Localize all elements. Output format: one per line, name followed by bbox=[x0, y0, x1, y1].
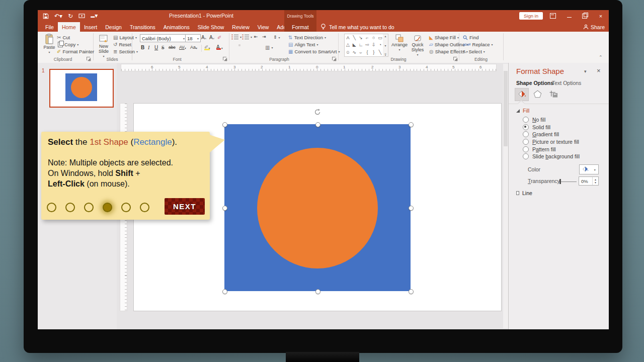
copy-button[interactable]: Copy▾ bbox=[57, 42, 78, 47]
slide-thumbnail[interactable] bbox=[49, 69, 114, 108]
line-icon[interactable]: ╲ bbox=[353, 35, 356, 41]
collapse-ribbon-button[interactable]: ⌃ bbox=[599, 55, 603, 60]
resize-handle-w[interactable] bbox=[222, 206, 227, 211]
right-arrow-icon[interactable]: ⇨ bbox=[365, 42, 369, 48]
resize-handle-nw[interactable] bbox=[222, 122, 227, 127]
text-direction-button[interactable]: ⇅Text Direction▾ bbox=[288, 35, 326, 40]
layout-button[interactable]: ▤Layout▾ bbox=[113, 35, 137, 40]
arc-icon[interactable]: ⌣ bbox=[359, 49, 362, 56]
ribbon-tab[interactable]: View bbox=[254, 22, 273, 32]
curve-icon[interactable]: ∿ bbox=[352, 49, 356, 56]
left-brace-icon[interactable]: { bbox=[366, 49, 368, 56]
progress-dot[interactable] bbox=[47, 203, 56, 212]
ribbon-tab[interactable]: Design bbox=[101, 22, 126, 32]
shapes-gallery-scroll[interactable]: ▴▾⊽ bbox=[383, 34, 388, 57]
partial-circle-icon[interactable]: ◔ bbox=[379, 42, 381, 48]
shapes-gallery[interactable]: A╲↘⌐○▭△◣∟⇨⇩◔☺∿⌣{}╲ bbox=[344, 34, 384, 57]
next-button[interactable]: NEXT bbox=[165, 198, 205, 215]
effects-category-button[interactable] bbox=[531, 88, 544, 100]
find-button[interactable]: Find bbox=[463, 35, 478, 40]
close-button[interactable]: × bbox=[597, 13, 605, 19]
fill-option[interactable]: Gradient fill bbox=[509, 131, 609, 138]
panel-close-icon[interactable]: × bbox=[597, 67, 601, 74]
fill-option[interactable]: Picture or texture fill bbox=[509, 138, 609, 146]
ribbon-tab[interactable]: Insert bbox=[80, 22, 101, 32]
rectangle-icon[interactable]: ▭ bbox=[378, 35, 382, 41]
progress-dot[interactable] bbox=[140, 203, 149, 212]
fill-option[interactable]: No fill bbox=[509, 116, 609, 124]
circle-shape[interactable] bbox=[257, 148, 378, 268]
transparency-slider[interactable] bbox=[560, 182, 577, 182]
tab-shape-options[interactable]: Shape Options bbox=[516, 80, 553, 86]
quick-styles-button[interactable]: Quick Styles▾ bbox=[409, 34, 426, 57]
font-color-button[interactable]: A▾ bbox=[216, 44, 223, 50]
decrease-indent-button[interactable]: ⇤ bbox=[254, 34, 258, 39]
resize-handle-e[interactable] bbox=[409, 206, 414, 211]
fill-option[interactable]: Pattern fill bbox=[509, 145, 609, 153]
resize-handle-se[interactable] bbox=[409, 289, 414, 294]
tab-text-options[interactable]: Text Options bbox=[552, 80, 581, 86]
undo-icon[interactable]: ↶▾ bbox=[54, 13, 62, 20]
save-icon[interactable] bbox=[43, 13, 49, 19]
paragraph-dialog-launcher[interactable] bbox=[332, 57, 337, 61]
convert-smartart-button[interactable]: ▦Convert to SmartArt▾ bbox=[288, 49, 340, 54]
font-dialog-launcher[interactable] bbox=[223, 57, 227, 61]
increase-indent-button[interactable]: ⇥ bbox=[262, 34, 266, 39]
resize-handle-n[interactable] bbox=[315, 122, 320, 127]
bold-button[interactable]: B bbox=[141, 45, 144, 50]
fill-line-category-button[interactable] bbox=[515, 88, 529, 101]
justify-button[interactable] bbox=[255, 44, 257, 46]
select-button[interactable]: ↖Select▾ bbox=[463, 49, 485, 54]
minimize-button[interactable] bbox=[565, 13, 573, 19]
underline-button[interactable]: U bbox=[154, 45, 158, 50]
strikethrough-button[interactable]: S bbox=[162, 45, 165, 50]
arrange-button[interactable]: Arrange▾ bbox=[391, 34, 408, 52]
ribbon-tab[interactable]: Home bbox=[58, 22, 80, 32]
resize-handle-ne[interactable] bbox=[409, 122, 414, 127]
smiley-icon[interactable]: ☺ bbox=[346, 49, 350, 56]
right-triangle-icon[interactable]: ◣ bbox=[353, 42, 356, 48]
align-text-button[interactable]: ▤Align Text▾ bbox=[288, 42, 318, 47]
reset-button[interactable]: ↺Reset bbox=[113, 42, 131, 47]
font-name-combo[interactable]: Calibri (Body)▾ bbox=[140, 34, 187, 42]
panel-options-dropdown-icon[interactable]: ▾ bbox=[584, 69, 587, 74]
shrink-font-button[interactable]: A˅ bbox=[209, 35, 214, 40]
vertical-scrollbar[interactable] bbox=[503, 64, 508, 328]
sign-in-button[interactable]: Sign in bbox=[519, 12, 543, 20]
l-shape-icon[interactable]: ∟ bbox=[359, 42, 363, 48]
spinner-arrows-icon[interactable]: ▲▼ bbox=[592, 177, 598, 185]
triangle-icon[interactable]: △ bbox=[346, 42, 350, 48]
diagonal-line-icon[interactable]: ╲ bbox=[379, 49, 381, 56]
text-shadow-button[interactable]: abc bbox=[169, 45, 176, 50]
ribbon-tab[interactable]: Transitions bbox=[126, 22, 159, 32]
fill-option[interactable]: Slide background fill bbox=[509, 153, 609, 160]
tab-format[interactable]: Format bbox=[284, 22, 316, 32]
right-brace-icon[interactable]: } bbox=[373, 49, 374, 56]
share-button[interactable]: Share bbox=[583, 22, 605, 32]
paste-button[interactable]: Paste▾ bbox=[42, 34, 57, 55]
align-left-button[interactable] bbox=[230, 44, 232, 46]
transparency-slider-thumb[interactable] bbox=[559, 179, 561, 184]
line-spacing-button[interactable]: ⇕▾ bbox=[273, 35, 280, 40]
numbering-button[interactable]: ▾ bbox=[242, 35, 252, 39]
align-center-button[interactable] bbox=[238, 44, 240, 46]
progress-dot[interactable] bbox=[103, 203, 112, 212]
drawing-dialog-launcher[interactable] bbox=[453, 57, 458, 61]
change-case-button[interactable]: Aa▾ bbox=[190, 45, 197, 50]
shape-effects-button[interactable]: ◍Shape Effects▾ bbox=[429, 49, 468, 54]
fill-option[interactable]: Solid fill bbox=[509, 124, 609, 131]
size-properties-category-button[interactable] bbox=[547, 88, 560, 100]
redo-icon[interactable]: ↻ bbox=[68, 13, 73, 20]
ribbon-tab[interactable]: Review bbox=[228, 22, 253, 32]
progress-dot[interactable] bbox=[84, 203, 94, 212]
down-arrow-icon[interactable]: ⇩ bbox=[372, 42, 376, 48]
italic-button[interactable]: I bbox=[148, 45, 149, 50]
new-slide-button[interactable]: New Slide▾ bbox=[95, 34, 113, 59]
clear-formatting-button[interactable]: ✐ bbox=[217, 35, 221, 40]
tell-me-box[interactable]: Tell me what you want to do bbox=[320, 22, 394, 32]
ribbon-display-options-button[interactable] bbox=[549, 13, 557, 19]
resize-handle-s[interactable] bbox=[315, 289, 320, 294]
restore-button[interactable] bbox=[581, 13, 589, 19]
progress-dot[interactable] bbox=[121, 203, 131, 212]
ribbon-tab[interactable]: Animations bbox=[159, 22, 194, 32]
